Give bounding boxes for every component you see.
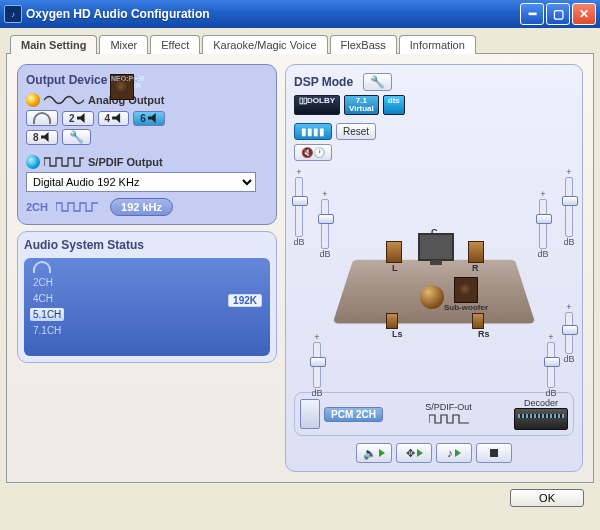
stop-icon <box>490 449 498 457</box>
virtual-speaker-badge[interactable]: 7.1VirtualSPEAKER SHIFTER <box>344 95 379 115</box>
channel-4-button[interactable]: 4 <box>98 111 130 126</box>
play-speakers-button[interactable]: 🔈 <box>356 443 392 463</box>
output-device-panel: Output Device Analog Output 2 4 6 8 🔧 <box>17 64 277 225</box>
slider-left[interactable]: +dB <box>314 189 336 259</box>
speaker-icon <box>112 113 122 123</box>
slider-right-outer[interactable]: +dB <box>558 167 580 247</box>
window-title: Oxygen HD Audio Configuration <box>26 7 520 21</box>
tab-strip: Main Setting Mixer Effect Karaoke/Magic … <box>10 34 594 53</box>
tab-effect[interactable]: Effect <box>150 35 200 54</box>
tab-karaoke[interactable]: Karaoke/Magic Voice <box>202 35 327 54</box>
slider-sub[interactable]: +dB <box>558 302 580 364</box>
spdif-output-label: S/PDIF Output <box>88 156 163 168</box>
maximize-button[interactable]: ▢ <box>546 3 570 25</box>
speaker-l[interactable] <box>386 241 402 263</box>
speaker-rs[interactable] <box>472 313 484 329</box>
audio-status-panel: Audio System Status 2CH 4CH 5.1CH 7.1CH … <box>17 231 277 363</box>
status-heading: Audio System Status <box>24 238 270 252</box>
slider-left-outer[interactable]: +dB <box>288 167 310 247</box>
status-row-71ch: 7.1CH <box>30 324 64 337</box>
tab-mixer[interactable]: Mixer <box>99 35 148 54</box>
play-icon <box>455 449 461 457</box>
analog-settings-button[interactable]: 🔧 <box>62 129 91 145</box>
speaker-r[interactable] <box>468 241 484 263</box>
music-icon: ♪ <box>447 447 453 459</box>
status-rate-flag: 192K <box>228 294 262 307</box>
wrench-icon: 🔧 <box>370 75 385 89</box>
tab-information[interactable]: Information <box>399 35 476 54</box>
status-row-4ch: 4CH <box>30 292 56 305</box>
square-wave-icon <box>56 200 102 214</box>
slider-ls[interactable]: +dB <box>306 332 328 398</box>
channel-2-button[interactable]: 2 <box>62 111 94 126</box>
status-row-51ch: 5.1CH <box>30 308 64 321</box>
wrench-icon: 🔧 <box>69 131 84 143</box>
ok-button[interactable]: OK <box>510 489 584 507</box>
tab-main-setting[interactable]: Main Setting <box>10 35 97 54</box>
status-row-hp <box>30 260 54 276</box>
subwoofer-icon[interactable] <box>454 277 478 303</box>
sample-rate-badge: 192 kHz <box>110 198 173 216</box>
square-wave-icon <box>44 156 84 168</box>
speaker-mute-icon: 🔇 <box>301 147 313 158</box>
main-setting-page: Output Device Analog Output 2 4 6 8 🔧 <box>6 53 594 483</box>
clock-icon: 🕐 <box>313 147 325 158</box>
decoder-label: Decoder <box>524 398 558 408</box>
dts-badge[interactable]: dtsNEO:PC <box>383 95 405 115</box>
listener-icon[interactable] <box>420 285 444 309</box>
play-icon <box>379 449 385 457</box>
channel-6-button[interactable]: 6 <box>133 111 165 126</box>
channel-8-button[interactable]: 8 <box>26 130 58 145</box>
analog-indicator-icon <box>26 93 40 107</box>
signal-path-panel: PCM 2CH S/PDIF-Out Decoder <box>294 392 574 436</box>
volume-bars-button[interactable]: ▮▮▮▮ <box>294 123 332 140</box>
play-icon <box>417 449 423 457</box>
speaker-ls[interactable] <box>386 313 398 329</box>
mute-timer-button[interactable]: 🔇🕐 <box>294 144 332 161</box>
stop-button[interactable] <box>476 443 512 463</box>
speaker-icon <box>77 113 87 123</box>
play-surround-button[interactable]: ✥ <box>396 443 432 463</box>
reset-button[interactable]: Reset <box>336 123 376 140</box>
title-bar: ♪ Oxygen HD Audio Configuration ━ ▢ ✕ <box>0 0 600 28</box>
sine-wave-icon <box>44 93 84 107</box>
dsp-settings-button[interactable]: 🔧 <box>363 73 392 91</box>
minimize-button[interactable]: ━ <box>520 3 544 25</box>
pcm-badge: PCM 2CH <box>324 407 383 422</box>
square-wave-icon <box>429 412 469 426</box>
dsp-mode-heading: DSP Mode <box>294 75 353 89</box>
surround-icon: ✥ <box>406 447 415 460</box>
headphone-icon <box>33 112 51 124</box>
monitor-icon <box>418 233 454 261</box>
close-button[interactable]: ✕ <box>572 3 596 25</box>
speaker-room-visual: +dB +dB +dB +dB +dB +dB <box>294 167 574 388</box>
spdif-format-select[interactable]: Digital Audio 192 KHz <box>26 172 256 192</box>
status-meter: 2CH 4CH 5.1CH 7.1CH 192K <box>24 258 270 356</box>
pc-tower-icon <box>300 399 320 429</box>
spdif-indicator-icon <box>26 155 40 169</box>
headphone-button[interactable] <box>26 110 58 126</box>
speaker-icon <box>148 113 158 123</box>
decoder-icon <box>514 408 568 430</box>
tab-flexbass[interactable]: FlexBass <box>330 35 397 54</box>
play-music-button[interactable]: ♪ <box>436 443 472 463</box>
dolby-badge[interactable]: ▯▯DOLBYPRO LOGIC IIx <box>294 95 340 115</box>
slider-right[interactable]: +dB <box>532 189 554 259</box>
spdif-channels-label: 2CH <box>26 201 48 213</box>
speaker-icon: 🔈 <box>363 447 377 460</box>
playback-controls: 🔈 ✥ ♪ <box>294 443 574 463</box>
output-device-heading: Output Device <box>26 73 268 87</box>
app-icon: ♪ <box>4 5 22 23</box>
speaker-icon <box>41 132 51 142</box>
bars-icon: ▮▮▮▮ <box>301 126 325 137</box>
spdif-out-label: S/PDIF-Out <box>425 402 472 412</box>
status-row-2ch: 2CH <box>30 276 56 289</box>
